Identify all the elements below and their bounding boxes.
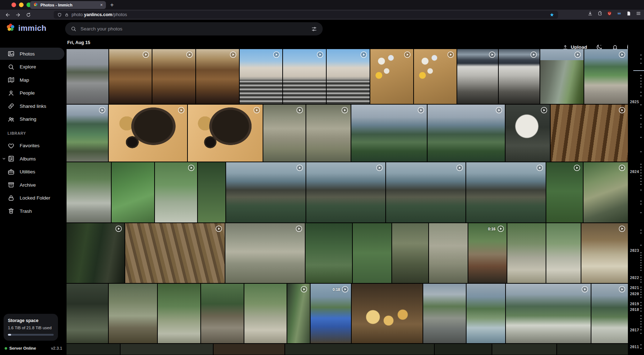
scrubber-position-indicator[interactable] xyxy=(633,70,644,71)
photo-tile-next-row-6[interactable] xyxy=(492,344,556,355)
photo-tile-next-row-7[interactable] xyxy=(557,344,628,355)
timeline-scrubber[interactable]: 2025202420232022202120202019201820172011 xyxy=(628,35,644,355)
photo-tile-pagoda-shade[interactable] xyxy=(67,284,108,343)
sidebar-item-favorites[interactable]: Favorites xyxy=(0,140,64,152)
scrubber-year-2017[interactable]: 2017 xyxy=(630,328,639,332)
photo-tile-stream-bend[interactable] xyxy=(467,284,505,343)
photo-tile-crowd-visitor[interactable]: 0:16 xyxy=(468,223,507,283)
lock-icon[interactable] xyxy=(64,13,69,17)
sidebar-item-people[interactable]: People xyxy=(0,87,64,99)
sidebar-item-photos[interactable]: Photos xyxy=(0,48,64,60)
sidebar-item-sharing[interactable]: Sharing xyxy=(0,113,64,125)
sidebar-item-locked-folder[interactable]: Locked Folder xyxy=(0,192,64,204)
sidebar-item-utilities[interactable]: Utilities xyxy=(0,166,64,178)
photo-tile-forest-narrow[interactable] xyxy=(198,162,225,222)
photo-tile-next-row-5[interactable] xyxy=(435,344,492,355)
photo-tile-hillside-town-2[interactable] xyxy=(591,284,628,343)
scrubber-year-2021[interactable]: 2021 xyxy=(630,286,639,290)
sidebar-item-map[interactable]: Map xyxy=(0,74,64,86)
minimize-window-button[interactable] xyxy=(19,3,24,7)
photo-tile-valley-view-1[interactable] xyxy=(351,105,426,162)
reload-button[interactable] xyxy=(26,12,31,18)
scrubber-year-2025[interactable]: 2025 xyxy=(630,100,639,104)
photo-tile-porcelain-display-2[interactable] xyxy=(152,49,195,104)
ublock-icon[interactable] xyxy=(607,11,612,16)
photo-tile-shopping-crossing-2[interactable] xyxy=(283,49,326,104)
photo-tile-city-towers-2[interactable] xyxy=(499,49,540,104)
photo-tile-forest-column[interactable] xyxy=(546,162,582,222)
photo-tile-gorge-river[interactable] xyxy=(67,105,108,162)
search-input[interactable] xyxy=(80,26,307,32)
back-button[interactable] xyxy=(5,12,10,18)
photo-tile-train-platform[interactable] xyxy=(540,49,584,104)
photo-tile-blue-shirt-walker[interactable]: 0:18 xyxy=(311,284,351,343)
photo-tile-stone-statues-1[interactable] xyxy=(263,105,306,162)
menu-hamburger-icon[interactable] xyxy=(636,11,641,16)
glasses-extension-icon[interactable] xyxy=(616,11,622,16)
photo-tile-tableware-2[interactable] xyxy=(414,49,457,104)
photo-tile-forest-trail[interactable] xyxy=(155,162,197,222)
close-tab-icon[interactable]: × xyxy=(100,3,103,7)
photo-tile-soba-meal-1[interactable] xyxy=(109,105,187,162)
scrubber-year-2024[interactable]: 2024 xyxy=(630,169,639,174)
photo-tile-roof-beams[interactable] xyxy=(551,105,628,162)
photo-tile-stairs-visitors[interactable] xyxy=(67,162,111,222)
new-tab-button[interactable]: + xyxy=(110,1,114,9)
photo-tile-garden-walk[interactable] xyxy=(244,284,287,343)
tracking-shield-icon[interactable] xyxy=(57,13,62,17)
photo-tile-path-walker[interactable] xyxy=(546,223,580,283)
sidebar-item-albums[interactable]: Albums xyxy=(0,153,64,165)
photo-tile-shopping-crossing-1[interactable] xyxy=(240,49,283,104)
photo-tile-timber-stack[interactable] xyxy=(125,223,225,283)
photo-tile-stone-statues-2[interactable] xyxy=(306,105,351,162)
photo-tile-village-street[interactable] xyxy=(423,284,466,343)
bookmark-star-icon[interactable] xyxy=(549,12,555,18)
photo-tile-soba-meal-2[interactable] xyxy=(188,105,262,162)
photo-tile-tableware-1[interactable] xyxy=(370,49,413,104)
url-bar[interactable]: photo.yanlincs.com/photos xyxy=(54,11,558,19)
photo-tile-next-row-2[interactable] xyxy=(121,344,213,355)
scrubber-year-2023[interactable]: 2023 xyxy=(630,248,639,253)
photo-tile-temple-gate[interactable] xyxy=(201,284,244,343)
sidebar-item-shared-links[interactable]: Shared links xyxy=(0,100,64,112)
photo-tile-hillside-forest[interactable] xyxy=(112,162,154,222)
downloads-button[interactable] xyxy=(587,11,593,16)
photo-tile-info-sign[interactable] xyxy=(506,105,550,162)
browser-tab[interactable]: Photos - Immich × xyxy=(30,1,106,9)
scrubber-year-2011[interactable]: 2011 xyxy=(630,345,639,349)
photo-tile-cedar-grove-2[interactable] xyxy=(353,223,391,283)
photo-tile-cliff-temple-1[interactable] xyxy=(226,162,306,222)
photo-tile-shopping-crossing-3[interactable] xyxy=(327,49,370,104)
photo-tile-cedar-grove-1[interactable] xyxy=(306,223,352,283)
immich-logo[interactable]: immich xyxy=(6,23,47,34)
scrubber-year-2020[interactable]: 2020 xyxy=(630,292,639,296)
photo-tile-buddha-carvings[interactable] xyxy=(429,223,467,283)
sidebar-item-trash[interactable]: Trash xyxy=(0,205,64,217)
photo-tile-stone-walkway[interactable] xyxy=(507,223,546,283)
forward-button[interactable] xyxy=(15,12,21,18)
photo-tile-city-towers-1[interactable] xyxy=(457,49,498,104)
scrubber-year-2022[interactable]: 2022 xyxy=(630,275,639,280)
photo-tile-cliff-foliage[interactable] xyxy=(584,162,628,222)
sidebar-item-explore[interactable]: Explore xyxy=(0,61,64,73)
photo-tile-shrine-visitors[interactable] xyxy=(109,284,157,343)
photo-tile-river-mountains[interactable] xyxy=(584,49,628,104)
photo-tile-valley-view-2[interactable] xyxy=(428,105,505,162)
photo-tile-hillside-town-1[interactable] xyxy=(506,284,591,343)
chevron-down-icon[interactable] xyxy=(2,157,6,161)
photo-tile-cliff-temple-2[interactable] xyxy=(306,162,386,222)
sidebar-item-archive[interactable]: Archive xyxy=(0,179,64,191)
scrubber-year-2019[interactable]: 2019 xyxy=(630,302,639,306)
photo-tile-porcelain-display-3[interactable] xyxy=(196,49,239,104)
search-bar[interactable] xyxy=(65,22,323,35)
close-window-button[interactable] xyxy=(11,3,16,7)
photo-tile-gravestones[interactable] xyxy=(225,223,305,283)
photo-tile-next-row-1[interactable] xyxy=(67,344,120,355)
extension-icon[interactable] xyxy=(597,11,602,16)
scrubber-year-2018[interactable]: 2018 xyxy=(630,307,639,312)
photo-tile-porcelain-display-1[interactable] xyxy=(109,49,152,104)
photo-tile-lantern-shop[interactable] xyxy=(352,284,423,343)
photo-tile-dark-cedar[interactable] xyxy=(67,223,125,283)
photo-tile-next-row-4[interactable] xyxy=(285,344,434,355)
photo-tile-next-row-3[interactable] xyxy=(214,344,284,355)
